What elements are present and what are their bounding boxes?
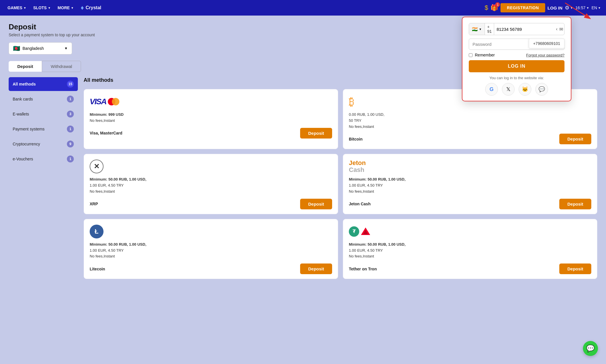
tab-withdrawal[interactable]: Withdrawal bbox=[42, 61, 81, 72]
login-modal: 🇮🇳 ▼ + 91 ‹ ✉ +79680609101 Remember Forg… bbox=[462, 17, 571, 101]
password-row: +79680609101 bbox=[469, 39, 564, 50]
phone-flag: 🇮🇳 bbox=[472, 26, 478, 32]
discord-login-button[interactable]: 🐱 bbox=[519, 83, 531, 96]
nav-more-chevron: ▼ bbox=[71, 6, 74, 10]
deposit-button-litecoin[interactable]: Deposit bbox=[300, 263, 332, 274]
litecoin-name: Litecoin bbox=[90, 267, 105, 271]
nav-logo[interactable]: ♦ Crystal bbox=[81, 4, 101, 12]
lang-value: EN bbox=[592, 5, 597, 10]
sidebar-item-e-vouchers[interactable]: e-Vouchers 1 bbox=[9, 152, 78, 166]
sidebar-badge-bank-cards: 1 bbox=[67, 96, 74, 103]
nav-slots-label: SLOTS bbox=[33, 5, 47, 10]
deposit-button-xrp[interactable]: Deposit bbox=[300, 199, 332, 209]
registration-button[interactable]: REGISTRATION bbox=[500, 3, 545, 12]
sidebar-badge-e-vouchers: 1 bbox=[67, 156, 74, 162]
remember-checkbox[interactable] bbox=[469, 53, 473, 57]
deposit-button-visa-mastercard[interactable]: Deposit bbox=[300, 128, 332, 139]
tether-tron-footer: Tether on Tron Deposit bbox=[349, 263, 591, 274]
login-modal-button[interactable]: LOG IN bbox=[469, 60, 564, 72]
time-chevron: ▼ bbox=[586, 6, 589, 10]
remember-text: Remember bbox=[475, 53, 495, 57]
payment-card-jeton-cash: Jeton Cash Minimum: 50.00 RUB, 1.00 USD,… bbox=[343, 154, 597, 214]
jeton-cash-logo: Jeton Cash bbox=[349, 159, 591, 174]
login-button[interactable]: LOG IN bbox=[547, 5, 562, 10]
jeton-cash-name: Jeton Cash bbox=[349, 202, 370, 206]
jeton-cash-footer: Jeton Cash Deposit bbox=[349, 199, 591, 209]
phone-country-code: + 91 bbox=[485, 23, 494, 35]
country-selector[interactable]: 🇧🇩 Bangladesh ▼ bbox=[9, 42, 72, 54]
deposit-button-jeton-cash[interactable]: Deposit bbox=[559, 199, 591, 209]
tron-icon bbox=[360, 226, 371, 237]
remember-label[interactable]: Remember bbox=[469, 53, 495, 57]
sidebar-item-bank-cards[interactable]: Bank cards 1 bbox=[9, 92, 78, 106]
visa-mastercard-name: Visa, MasterCard bbox=[90, 131, 122, 135]
bitcoin-icon: ₿ bbox=[349, 96, 354, 108]
google-login-button[interactable]: G bbox=[485, 83, 498, 96]
settings-button[interactable]: ⚙ ▼ bbox=[565, 5, 573, 11]
sidebar: All methods 15 Bank cards 1 E-wallets 3 … bbox=[9, 77, 78, 279]
sidebar-label-cryptocurrency: Cryptocurrency bbox=[13, 142, 40, 146]
clear-phone-icon[interactable]: ‹ bbox=[556, 26, 557, 32]
jeton-cash-info: Minimum: 50.00 RUB, 1.00 USD, 1.00 EUR, … bbox=[349, 177, 591, 194]
nav-games-chevron: ▼ bbox=[23, 6, 26, 10]
litecoin-info: Minimum: 50.00 RUB, 1.00 USD, 1.00 EUR, … bbox=[90, 242, 332, 259]
litecoin-logo: Ł bbox=[90, 224, 332, 239]
jeton-cash-icon: Jeton Cash bbox=[349, 160, 366, 173]
sidebar-badge-all-methods: 15 bbox=[67, 81, 74, 88]
chat-button[interactable]: 💬 bbox=[583, 341, 598, 356]
phone-input-row[interactable]: 🇮🇳 ▼ + 91 ‹ ✉ bbox=[469, 23, 564, 35]
nav-slots[interactable]: SLOTS ▼ bbox=[31, 4, 53, 12]
email-icon[interactable]: ✉ bbox=[559, 26, 563, 32]
gift-button[interactable]: 🎁 1 bbox=[490, 4, 498, 12]
sidebar-label-e-vouchers: e-Vouchers bbox=[13, 157, 33, 161]
sidebar-label-bank-cards: Bank cards bbox=[13, 97, 33, 101]
twitter-login-button[interactable]: 𝕏 bbox=[502, 83, 515, 96]
social-login-row: G 𝕏 🐱 💬 bbox=[469, 83, 564, 96]
tether-tron-name: Tether on Tron bbox=[349, 267, 377, 271]
tab-deposit[interactable]: Deposit bbox=[9, 61, 42, 72]
bitcoin-footer: Bitcoin Deposit bbox=[349, 134, 591, 144]
phone-number-input[interactable] bbox=[494, 27, 554, 32]
deposit-button-tether-tron[interactable]: Deposit bbox=[559, 263, 591, 274]
sidebar-item-e-wallets[interactable]: E-wallets 3 bbox=[9, 107, 78, 121]
country-chevron: ▼ bbox=[64, 46, 68, 50]
deposit-button-bitcoin[interactable]: Deposit bbox=[559, 134, 591, 144]
phone-input-icons: ‹ ✉ bbox=[554, 26, 564, 32]
diamond-icon: ♦ bbox=[81, 4, 84, 12]
visa-text: VISA bbox=[90, 97, 106, 106]
country-name: Bangladesh bbox=[22, 46, 44, 51]
litecoin-footer: Litecoin Deposit bbox=[90, 263, 332, 274]
phone-suggestion[interactable]: +79680609101 bbox=[529, 39, 564, 48]
sidebar-item-all-methods[interactable]: All methods 15 bbox=[9, 77, 78, 91]
visa-mastercard-logo: VISA bbox=[90, 94, 332, 109]
navbar: GAMES ▼ SLOTS ▼ MORE ▼ ♦ Crystal $ 🎁 1 R… bbox=[0, 0, 606, 16]
sidebar-item-payment-systems[interactable]: Payment systems 1 bbox=[9, 122, 78, 136]
payment-grid: All methods VISA Minimum: 999 USD No fee… bbox=[84, 77, 597, 279]
sidebar-badge-cryptocurrency: 9 bbox=[67, 141, 74, 147]
sidebar-item-cryptocurrency[interactable]: Cryptocurrency 9 bbox=[9, 137, 78, 151]
nav-more-label: MORE bbox=[58, 5, 70, 10]
phone-flag-chevron: ▼ bbox=[479, 28, 482, 31]
nav-games[interactable]: GAMES ▼ bbox=[5, 4, 29, 12]
forgot-password-link[interactable]: Forgot your password? bbox=[526, 53, 564, 57]
visa-mastercard-info: Minimum: 999 USD No fees,Instant bbox=[90, 112, 332, 124]
visa-mastercard-footer: Visa, MasterCard Deposit bbox=[90, 128, 332, 139]
social-login-divider: You can log in to the website via: bbox=[469, 76, 564, 80]
sidebar-label-e-wallets: E-wallets bbox=[13, 112, 29, 116]
mastercard-logo bbox=[108, 98, 119, 105]
language-selector[interactable]: EN ▼ bbox=[592, 5, 601, 10]
nav-more[interactable]: MORE ▼ bbox=[55, 4, 76, 12]
gift-badge: 1 bbox=[495, 2, 500, 7]
tether-tron-info: Minimum: 50.00 RUB, 1.00 USD, 1.00 EUR, … bbox=[349, 242, 591, 259]
settings-chevron: ▼ bbox=[570, 6, 573, 10]
litecoin-icon: Ł bbox=[90, 225, 103, 238]
time-value: 16:57 bbox=[575, 5, 586, 10]
payment-card-litecoin: Ł Minimum: 50.00 RUB, 1.00 USD, 1.00 EUR… bbox=[84, 219, 338, 279]
nav-games-label: GAMES bbox=[7, 5, 22, 10]
xrp-name: XRP bbox=[90, 202, 98, 206]
dollar-icon-button[interactable]: $ bbox=[485, 4, 488, 12]
line-login-button[interactable]: 💬 bbox=[535, 83, 548, 96]
country-code-selector[interactable]: 🇮🇳 ▼ bbox=[469, 23, 485, 35]
bitcoin-name: Bitcoin bbox=[349, 137, 362, 141]
sidebar-badge-e-wallets: 3 bbox=[67, 111, 74, 117]
